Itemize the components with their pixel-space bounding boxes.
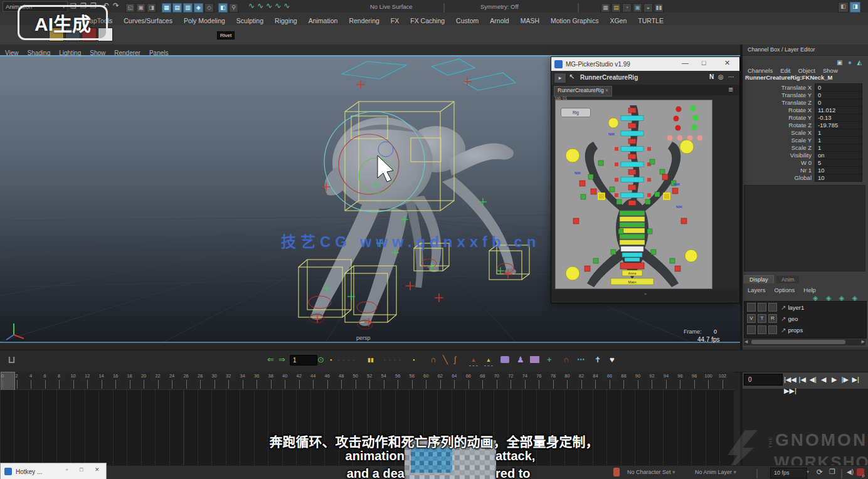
fps-selector[interactable]: 10 fps: [770, 468, 807, 478]
picker-fk-limb-button[interactable]: [670, 258, 675, 263]
picker-dot-button[interactable]: [691, 124, 697, 130]
timeline-tick[interactable]: [722, 380, 723, 389]
timeline-tick[interactable]: [243, 380, 243, 389]
timeline-tick[interactable]: [356, 380, 356, 389]
timeline-tick[interactable]: [200, 380, 201, 389]
slider-dots-left[interactable]: ····: [337, 354, 357, 366]
person-icon[interactable]: ♟: [517, 354, 524, 366]
picker-spine-fk-button[interactable]: [628, 108, 636, 113]
visibility-toggle[interactable]: [747, 325, 756, 334]
timeline-tick[interactable]: [511, 380, 511, 389]
picker-fk-limb-button[interactable]: [617, 199, 622, 204]
timeline-tick[interactable]: [17, 380, 18, 389]
panel-menu-lighting[interactable]: Lighting: [59, 50, 81, 56]
timeline-tick[interactable]: [3, 380, 3, 389]
slider-start-icon[interactable]: ▪: [330, 354, 332, 366]
timeline-tick[interactable]: [553, 380, 554, 389]
picker-spine-fk-button[interactable]: [628, 185, 636, 190]
picker-spine-fk-button[interactable]: [628, 154, 636, 159]
timeline-tick[interactable]: [257, 380, 257, 389]
slider-bars-icon[interactable]: ▮▮: [368, 354, 374, 366]
menu-xgen[interactable]: XGen: [610, 17, 627, 24]
picker-ik-limb-button[interactable]: [675, 266, 680, 271]
picker-spine-ik-button[interactable]: [621, 192, 643, 197]
channel-row-translate-x[interactable]: Translate X0: [745, 83, 864, 91]
pose-figure-icon[interactable]: Ϯ: [596, 354, 600, 366]
playback-go-to-end-button[interactable]: ▶▶|: [784, 387, 797, 395]
playback-next-key-button[interactable]: ▶|: [851, 376, 860, 384]
anim-prefs-icon[interactable]: ⌕: [862, 472, 865, 479]
picker-pole-button[interactable]: [566, 266, 580, 280]
timeline-tick[interactable]: [638, 380, 638, 389]
channel-menu-channels[interactable]: Channels: [748, 67, 773, 74]
picker-ik-limb-button[interactable]: [585, 266, 590, 271]
graph-icon[interactable]: ◭: [857, 59, 862, 66]
timeline-tick[interactable]: [610, 380, 610, 389]
template-toggle[interactable]: [758, 325, 766, 334]
scroll-right-icon[interactable]: ▶: [862, 339, 865, 344]
channel-row-translate-y[interactable]: Translate Y0: [745, 91, 864, 98]
picker-fk-limb-button[interactable]: [618, 229, 623, 234]
picker-spine-ik-button[interactable]: [621, 162, 643, 167]
channel-value-field[interactable]: 10: [815, 174, 862, 182]
picker-canvas[interactable]: NIKNIKNIKNIK Arms Main Rig: [555, 100, 712, 289]
panel-menu-view[interactable]: View: [5, 50, 19, 56]
picker-ik-limb-button[interactable]: [681, 218, 687, 224]
channel-row-rotate-y[interactable]: Rotate Y-0.13: [745, 113, 864, 121]
tent-yellow-icon[interactable]: ▲: [484, 354, 493, 366]
channel-row-rotate-x[interactable]: Rotate X11.012: [745, 106, 864, 113]
picker-side-button[interactable]: [647, 178, 651, 182]
history-icons[interactable]: ◧⚲: [218, 2, 240, 13]
layer-menu-options[interactable]: Options: [775, 287, 795, 293]
picker-dot-button[interactable]: [674, 116, 679, 122]
channel-row-rotate-z[interactable]: Rotate Z-19.785: [745, 121, 864, 129]
curve-arc-icon[interactable]: ∩: [430, 354, 436, 366]
picker-select-tool-icon[interactable]: ▸: [554, 73, 566, 83]
timeline-tick[interactable]: [623, 380, 624, 389]
picker-target-icon[interactable]: ◎: [718, 73, 724, 80]
picker-spine-fk-button[interactable]: [628, 169, 636, 174]
timeline-tick[interactable]: [440, 380, 441, 389]
panel-menu-show[interactable]: Show: [90, 50, 105, 56]
picker-ik-limb-button[interactable]: [672, 188, 678, 194]
picker-spine-ik-button[interactable]: [621, 131, 643, 136]
picker-pale-dot-button[interactable]: [677, 135, 683, 141]
timeline-tick[interactable]: [708, 380, 709, 389]
timeline-tick[interactable]: [327, 380, 328, 389]
close-icon[interactable]: ✕: [724, 59, 730, 67]
chevron-down-icon[interactable]: ▾: [807, 469, 809, 475]
layer-menu-layers[interactable]: Layers: [748, 287, 766, 293]
next-key-icon[interactable]: ⇒: [278, 354, 285, 366]
menu-motion-graphics[interactable]: Motion Graphics: [551, 17, 598, 24]
picker-fk-limb-button[interactable]: [647, 229, 652, 234]
current-frame-field[interactable]: 0: [744, 374, 783, 386]
tab-close-icon[interactable]: ×: [605, 87, 608, 93]
scroll-left-icon[interactable]: ◀: [744, 339, 748, 344]
dots-menu-icon[interactable]: ⋯: [577, 354, 585, 366]
picker-spine-fk-button[interactable]: [628, 139, 636, 144]
timeline-tick[interactable]: [369, 380, 370, 389]
heart-icon[interactable]: ♥: [610, 354, 615, 366]
picker-side-button[interactable]: [615, 147, 618, 151]
folder-icon[interactable]: [530, 356, 539, 363]
timeline-tick[interactable]: [186, 380, 187, 389]
visibility-toggle[interactable]: [747, 303, 756, 312]
picker-dot-button[interactable]: [692, 115, 699, 121]
speaker-icon[interactable]: ◀): [847, 468, 854, 475]
tab-display[interactable]: Display: [744, 275, 774, 283]
timeline-tick[interactable]: [694, 380, 695, 389]
timeline-tick[interactable]: [539, 380, 539, 389]
timeline-tick[interactable]: [271, 380, 272, 389]
anim-layer-selector[interactable]: No Anim Layer ▾: [695, 469, 736, 475]
timeline-tick[interactable]: [412, 380, 413, 389]
channel-row-visibility[interactable]: Visibilityon: [745, 151, 864, 159]
timeline-tick[interactable]: [59, 380, 60, 389]
playback-prev-frame-button[interactable]: ◀|: [808, 376, 818, 384]
picker-pole-button[interactable]: [685, 250, 697, 262]
picker-body-segment-button[interactable]: [620, 234, 645, 239]
timeline-tick[interactable]: [398, 380, 398, 389]
panel-menu-panels[interactable]: Panels: [149, 50, 169, 56]
slider-dots-right[interactable]: ····: [384, 354, 404, 366]
picker-side-button[interactable]: [615, 162, 618, 166]
layer-row-props[interactable]: ↗props: [744, 324, 866, 335]
